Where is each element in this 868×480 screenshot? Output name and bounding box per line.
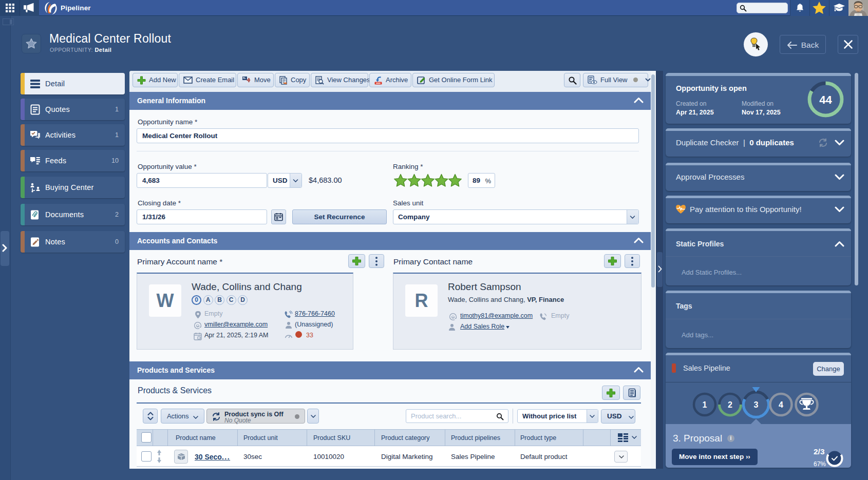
svg-text:3: 3 (754, 400, 759, 409)
svg-text:1: 1 (703, 400, 707, 409)
svg-text:2: 2 (728, 400, 732, 409)
svg-text:4: 4 (779, 400, 783, 409)
svg-text:44: 44 (819, 93, 832, 106)
